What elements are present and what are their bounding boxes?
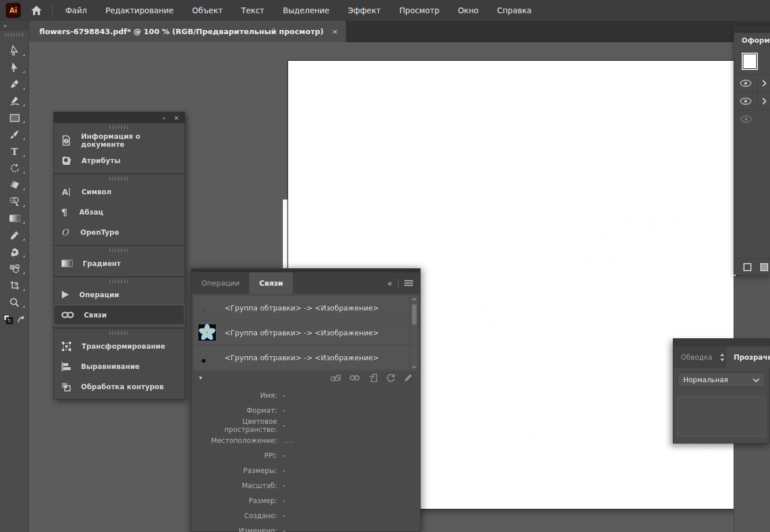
panel-stack-item[interactable]: Выравнивание	[54, 356, 185, 376]
expand-tools-icon[interactable]: »	[0, 21, 28, 31]
transparency-drag-bar[interactable]	[673, 339, 769, 346]
detail-label: PPI:	[191, 452, 277, 460]
tab-transparency[interactable]: Прозрачнос	[726, 346, 770, 368]
link-row[interactable]: <Группа обтравки> -> <Изображение>	[194, 345, 418, 370]
panel-stack-item[interactable]: AСимвол	[54, 182, 185, 202]
appearance-drag-bar[interactable]	[734, 26, 770, 33]
opacity-mask-thumbnail[interactable]	[677, 396, 765, 437]
panel-stack-item-label: Атрибуты	[82, 157, 120, 165]
tab-links[interactable]: Связи	[249, 272, 293, 294]
expand-stack-icon[interactable]: »	[162, 115, 165, 121]
panel-stack-item[interactable]: Связи	[54, 305, 185, 325]
link-row[interactable]: <Группа обтравки> -> <Изображение>	[194, 295, 418, 320]
tab-actions[interactable]: Операции	[191, 272, 249, 294]
section-gripper[interactable]	[109, 249, 129, 252]
panel-stack-item[interactable]: Информация о документе	[54, 130, 185, 150]
visibility-eye-icon[interactable]	[734, 75, 758, 92]
graph-tool-icon[interactable]	[0, 260, 29, 277]
panel-stack-item[interactable]: ¶Абзац	[54, 202, 185, 222]
visibility-eye-icon[interactable]	[734, 110, 758, 128]
detail-row: Имя:-	[191, 388, 420, 403]
link-row[interactable]: <Группа обтравки> -> <Изображение>	[194, 320, 418, 345]
menu-item[interactable]: Эффект	[338, 0, 390, 21]
links-panel: Операции Связи « <Группа обтравки> -> <И…	[191, 268, 421, 532]
appearance-thumbnail	[743, 54, 757, 69]
illustrator-logo-icon[interactable]: Ai	[6, 3, 21, 18]
menu-item[interactable]: Редактирование	[96, 0, 183, 21]
menu-item[interactable]: Объект	[183, 0, 232, 21]
links-scrollbar[interactable]	[410, 295, 418, 371]
artboard-tool-icon[interactable]	[0, 277, 29, 294]
tools-gripper[interactable]	[5, 33, 24, 36]
panel-stack-item[interactable]: OOpenType	[54, 222, 185, 242]
menu-item[interactable]: Файл	[56, 0, 96, 21]
document-info-icon	[61, 135, 71, 146]
section-gripper[interactable]	[109, 280, 129, 283]
expand-row-icon[interactable]	[758, 80, 770, 87]
transparency-tabs: Обводка Прозрачнос	[673, 346, 769, 368]
panel-stack-item[interactable]: Обработка контуров	[54, 376, 185, 397]
selection-tool-icon[interactable]	[0, 42, 29, 59]
collapse-panel-icon[interactable]: «	[387, 279, 392, 288]
blend-mode-select[interactable]: Нормальная	[677, 372, 765, 387]
rotate-tool-icon[interactable]	[0, 160, 29, 176]
visibility-eye-icon[interactable]	[734, 93, 758, 110]
panel-stack-item[interactable]: Атрибуты	[54, 150, 185, 171]
panel-stack-item[interactable]: Трансформирование	[54, 336, 185, 356]
panel-menu-icon[interactable]	[404, 278, 413, 289]
paintbrush-tool-icon[interactable]	[0, 126, 29, 143]
rectangle-tool-icon[interactable]	[0, 109, 29, 126]
swap-fill-stroke-icon[interactable]	[17, 315, 25, 326]
appearance-object-row[interactable]	[734, 48, 770, 75]
scroll-down-icon[interactable]	[412, 363, 417, 371]
curvature-tool-icon[interactable]	[0, 93, 29, 109]
menu-item[interactable]: Справка	[488, 0, 540, 21]
shape-builder-tool-icon[interactable]	[0, 193, 29, 210]
eyedropper-tool-icon[interactable]	[0, 227, 29, 243]
section-gripper[interactable]	[109, 177, 129, 180]
show-link-info-icon[interactable]: ▾	[199, 374, 202, 382]
menu-item[interactable]: Просмотр	[390, 0, 448, 21]
zoom-tool-icon[interactable]	[0, 294, 29, 311]
actions-icon	[61, 290, 69, 299]
scrollbar-thumb[interactable]	[412, 304, 417, 325]
new-fill-icon[interactable]	[760, 263, 768, 271]
panel-stack-item-label: Обработка контуров	[81, 383, 164, 391]
panel-stack-item[interactable]: Градиент	[54, 253, 185, 274]
detail-value: ....	[283, 437, 294, 445]
detail-value: -	[283, 527, 285, 532]
relink-icon[interactable]	[330, 374, 341, 382]
eraser-tool-icon[interactable]	[0, 176, 29, 193]
menu-item[interactable]: Текст	[232, 0, 274, 21]
cycle-tabs-icon[interactable]	[720, 346, 726, 368]
section-gripper[interactable]	[109, 331, 129, 335]
link-chain-icon[interactable]	[349, 375, 360, 381]
appearance-row[interactable]	[734, 93, 770, 110]
close-tab-icon[interactable]: ×	[331, 27, 338, 36]
scroll-up-icon[interactable]	[412, 295, 417, 303]
symbol-sprayer-tool-icon[interactable]	[0, 243, 29, 260]
appearance-row[interactable]	[734, 75, 770, 93]
close-stack-icon[interactable]: ×	[174, 114, 179, 121]
menu-item[interactable]: Окно	[448, 0, 488, 21]
direct-selection-tool-icon[interactable]	[0, 59, 29, 76]
update-link-icon[interactable]	[386, 374, 395, 382]
edit-original-icon[interactable]	[404, 374, 412, 382]
go-to-link-icon[interactable]	[369, 374, 378, 382]
chevron-down-icon	[753, 378, 760, 382]
stack-section: ТрансформированиеВыравниваниеОбработка к…	[54, 331, 185, 399]
appearance-row[interactable]	[734, 110, 770, 128]
document-tab[interactable]: flowers-6798843.pdf* @ 100 % (RGB/Предва…	[29, 21, 346, 42]
panel-stack-item[interactable]: Операции	[54, 285, 185, 305]
home-icon[interactable]	[31, 5, 42, 16]
section-gripper[interactable]	[109, 125, 129, 129]
pen-tool-icon[interactable]	[0, 76, 29, 93]
detail-value: -	[283, 391, 285, 400]
detail-label: Местоположение:	[191, 437, 277, 445]
expand-row-icon[interactable]	[758, 98, 770, 105]
gradient-tool-icon[interactable]	[0, 210, 29, 227]
tab-stroke[interactable]: Обводка	[673, 346, 720, 368]
menu-item[interactable]: Выделение	[274, 0, 338, 21]
new-stroke-icon[interactable]	[743, 263, 751, 271]
type-tool-icon[interactable]: T	[0, 143, 29, 160]
